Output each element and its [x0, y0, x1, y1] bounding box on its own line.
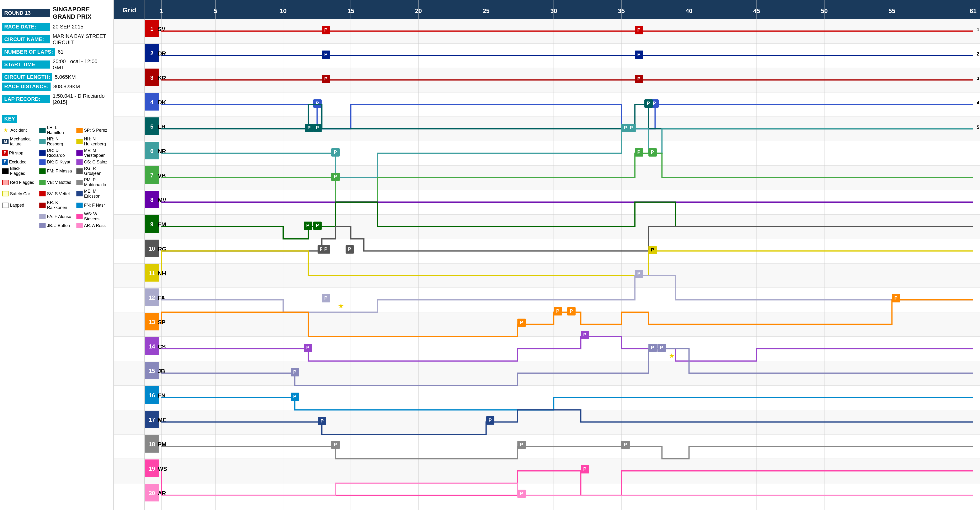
vb-color — [40, 180, 46, 185]
dr-pos-label: 2 — [150, 50, 153, 56]
dr-pit-2-label: P — [637, 52, 640, 57]
key-accident-label: Accident — [10, 128, 27, 133]
lap-1-label: 1 — [160, 7, 163, 14]
key-pitstop-label: Pit stop — [9, 151, 23, 156]
black-flag-icon — [2, 168, 8, 174]
fm-pit-1-label: P — [306, 223, 309, 228]
ws-code-label: WS — [158, 466, 167, 472]
me-color — [76, 191, 83, 196]
nh-color — [76, 139, 83, 144]
lap-record-label: LAP RECORD: — [2, 95, 50, 103]
rg-color — [76, 168, 83, 174]
pm-pos-label: 18 — [149, 441, 155, 447]
sv-color — [40, 191, 46, 196]
lap-15-label: 15 — [347, 7, 354, 14]
key-excluded: E Excluded — [2, 159, 37, 165]
jb-pos-label: 15 — [149, 368, 155, 374]
lap-45-label: 45 — [753, 7, 760, 14]
nr-pit-2-label: P — [624, 125, 627, 130]
key-pm-label: PM: P Maldonaldo — [84, 178, 111, 187]
fm-pit-1b-label: P — [316, 223, 319, 228]
key-mv-label: MV: M Verstappen — [84, 148, 111, 158]
key-nh-label: NH: N Hulkenberg — [84, 137, 111, 146]
sp-pos-label: 13 — [149, 319, 155, 325]
laps-row: NUMBER OF LAPS: 61 — [2, 48, 111, 56]
key-ar: AR: A Rossi — [76, 223, 111, 228]
lh-pit-1b-label: P — [316, 125, 319, 130]
me-pit-2-label: P — [488, 418, 492, 423]
key-sv-label: SV: S Vettel — [47, 191, 70, 196]
circuit-length-value: 5.065KM — [52, 73, 79, 81]
right-panel: Grid — [114, 0, 980, 510]
lh-color — [40, 128, 46, 133]
pm-pit-1-label: P — [334, 442, 337, 447]
final-5: 5 — [977, 124, 979, 130]
key-dk-label: DK: D Kvyat — [47, 160, 70, 165]
jb-pit-2-label: P — [651, 345, 654, 350]
vb-pit-3-label: P — [651, 149, 654, 155]
key-nr-label: NR: N Rosberg — [47, 137, 74, 146]
cs-pit-2-label: P — [583, 332, 586, 337]
round-label: ROUND 13 — [2, 9, 50, 17]
mv-pos-label: 8 — [150, 197, 153, 203]
laps-value: 61 — [55, 48, 66, 56]
me-pit-1-label: P — [320, 418, 323, 423]
pm-color — [76, 180, 83, 185]
key-kr: KR: K Raikkonen — [40, 200, 74, 210]
key-mechanical: M Mechanical failure — [2, 137, 37, 146]
row-bg-20 — [114, 483, 980, 510]
jb-color — [40, 223, 46, 228]
dr-color — [40, 150, 46, 156]
key-fa: FA: F Alonso — [40, 211, 74, 222]
svg-rect-2 — [145, 0, 980, 19]
ws-pit-1-label: P — [583, 466, 586, 472]
sv-pit-2-label: P — [637, 27, 640, 32]
key-lapped: Lapped — [2, 200, 37, 210]
ar-pos-label: 20 — [149, 490, 155, 496]
dk-pit-2-label: P — [653, 100, 656, 106]
nr-pit-2b-label: P — [630, 125, 633, 130]
fn-color — [76, 203, 83, 208]
key-lapped-label: Lapped — [10, 203, 24, 208]
final-4: 4 — [977, 100, 980, 105]
lap-50-label: 50 — [821, 7, 828, 14]
key-sp: SP: S Perez — [76, 125, 111, 135]
lap-25-label: 25 — [483, 7, 490, 14]
dk-pos-label: 4 — [150, 99, 154, 105]
ar-pit-1-label: P — [520, 491, 523, 496]
circuit-length-label: CIRCUIT LENGTH: — [2, 73, 52, 81]
race-date-row: RACE DATE: 20 SEP 2015 — [2, 23, 111, 31]
lap-10-label: 10 — [280, 7, 287, 14]
nh-pit-2-label: P — [651, 247, 654, 253]
red-flag-icon — [2, 180, 8, 185]
key-fm-label: FM: F Massa — [47, 168, 72, 174]
lap-30-label: 30 — [550, 7, 557, 14]
cs-color — [76, 159, 83, 165]
circuit-label: CIRCUIT NAME: — [2, 35, 50, 43]
key-spacer — [2, 211, 37, 222]
key-dr-label: DR: D Ricciardo — [47, 148, 74, 158]
key-accident: ★ Accident — [2, 125, 37, 135]
lapped-icon — [2, 203, 8, 208]
me-pos-label: 17 — [149, 416, 155, 423]
jb-pit-3-label: P — [660, 345, 663, 350]
key-spacer2 — [2, 223, 37, 228]
circuit-length-row: CIRCUIT LENGTH: 5.065KM — [2, 73, 111, 81]
key-lh-label: LH: L Hamilton — [47, 125, 74, 135]
key-fn-label: FN: F Nasr — [84, 203, 105, 208]
key-pm: PM: P Maldonaldo — [76, 178, 111, 187]
key-black-flagged: Black Flagged — [2, 166, 37, 176]
sp-pit-3-label: P — [570, 308, 573, 314]
lap-55-label: 55 — [889, 7, 896, 14]
key-lh: LH: L Hamilton — [40, 125, 74, 135]
start-time-row: START TIME 20:00 Local - 12:00 GMT — [2, 57, 111, 71]
jb-pit-1-label: P — [293, 369, 296, 375]
circuit-row: CIRCUIT NAME: MARINA BAY STREET CIRCUIT — [2, 32, 111, 46]
fn-pos-label: 16 — [149, 392, 155, 399]
key-nh: NH: N Hulkenberg — [76, 137, 111, 146]
lh-pit-1-label: P — [307, 125, 310, 130]
lap-20-label: 20 — [415, 7, 422, 14]
key-dk: DK: D Kvyat — [40, 159, 74, 165]
sp-color — [76, 128, 83, 133]
key-me-label: ME: M Ericsson — [84, 189, 111, 199]
